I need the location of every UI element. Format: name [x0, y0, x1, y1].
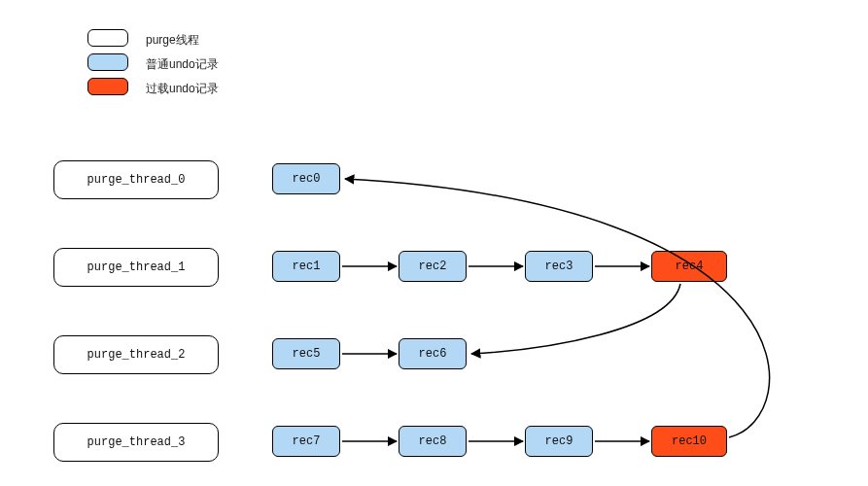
legend-swatch-normal [87, 53, 128, 71]
legend-swatch-thread [87, 29, 128, 47]
rec-node-overload: rec4 [651, 251, 727, 282]
purge-thread-0: purge_thread_0 [53, 160, 219, 199]
legend-label-normal: 普通undo记录 [146, 56, 219, 73]
rec-node: rec2 [399, 251, 467, 282]
rec-node: rec6 [399, 338, 467, 369]
purge-thread-3: purge_thread_3 [53, 423, 219, 462]
rec-node: rec0 [272, 163, 340, 194]
rec-node: rec5 [272, 338, 340, 369]
rec-node-overload: rec10 [651, 426, 727, 457]
purge-thread-1: purge_thread_1 [53, 248, 219, 287]
legend-label-overload: 过载undo记录 [146, 81, 219, 97]
rec-node: rec8 [399, 426, 467, 457]
rec-node: rec7 [272, 426, 340, 457]
legend-label-thread: purge线程 [146, 32, 199, 49]
legend-swatch-overload [87, 78, 128, 95]
rec-node: rec3 [525, 251, 593, 282]
rec-node: rec1 [272, 251, 340, 282]
arrows-layer [0, 0, 868, 486]
rec-node: rec9 [525, 426, 593, 457]
purge-thread-2: purge_thread_2 [53, 335, 219, 374]
